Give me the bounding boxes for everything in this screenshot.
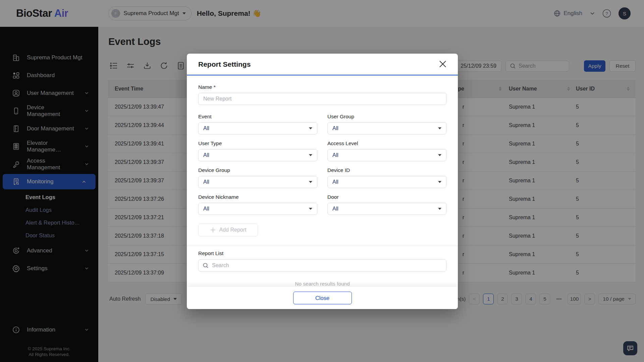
report-settings-modal: Report Settings Name * Event All User Gr… xyxy=(187,54,458,309)
chevron-down-icon xyxy=(309,154,312,156)
select-value: All xyxy=(203,152,209,158)
user-group-select[interactable]: All xyxy=(327,122,446,134)
user-type-select[interactable]: All xyxy=(198,149,317,161)
close-button[interactable]: Close xyxy=(293,292,352,304)
field-label: Device Nickname xyxy=(198,194,317,200)
chevron-down-icon xyxy=(309,208,312,210)
close-icon[interactable] xyxy=(438,59,448,69)
report-name-input[interactable] xyxy=(198,93,446,105)
field-user-group: User Group All xyxy=(327,114,446,134)
select-value: All xyxy=(332,206,338,212)
device-id-select[interactable]: All xyxy=(327,176,446,188)
biostar-air-app: BioStarAir F Suprema Product Mgt Hello, … xyxy=(0,0,644,362)
device-nickname-select[interactable]: All xyxy=(198,203,317,215)
field-device-nickname: Device Nickname All xyxy=(198,194,317,215)
plus-icon xyxy=(210,227,216,233)
select-value: All xyxy=(203,179,209,185)
event-select[interactable]: All xyxy=(198,122,317,134)
name-label: Name * xyxy=(198,84,446,90)
add-report-button[interactable]: Add Report xyxy=(198,224,258,236)
modal-divider xyxy=(187,246,458,246)
field-device-id: Device ID All xyxy=(327,167,446,188)
select-value: All xyxy=(203,206,209,212)
chevron-down-icon xyxy=(438,154,441,156)
chevron-down-icon xyxy=(309,127,312,129)
chevron-down-icon xyxy=(309,181,312,183)
modal-header: Report Settings xyxy=(187,54,458,75)
add-report-label: Add Report xyxy=(219,227,247,233)
report-list-label: Report List xyxy=(198,250,446,256)
modal-footer: Close xyxy=(187,287,458,309)
report-list-search xyxy=(198,259,446,272)
search-icon xyxy=(203,262,209,268)
field-label: Event xyxy=(198,114,317,120)
field-label: Door xyxy=(327,194,446,200)
field-device-group: Device Group All xyxy=(198,167,317,188)
select-value: All xyxy=(332,179,338,185)
chevron-down-icon xyxy=(438,208,441,210)
field-door: Door All xyxy=(327,194,446,215)
modal-title: Report Settings xyxy=(198,60,251,68)
access-level-select[interactable]: All xyxy=(327,149,446,161)
field-label: Access Level xyxy=(327,140,446,146)
select-value: All xyxy=(203,125,209,131)
modal-body: Name * Event All User Group All User Typ… xyxy=(187,75,458,272)
chevron-down-icon xyxy=(438,181,441,183)
chevron-down-icon xyxy=(438,127,441,129)
field-event: Event All xyxy=(198,114,317,134)
field-user-type: User Type All xyxy=(198,140,317,161)
select-value: All xyxy=(332,152,338,158)
filter-grid: Event All User Group All User Type All A… xyxy=(198,114,446,215)
report-list-search-input[interactable] xyxy=(212,262,442,268)
empty-results-message: No search results found xyxy=(187,281,458,287)
select-value: All xyxy=(332,125,338,131)
field-label: Device Group xyxy=(198,167,317,173)
field-label: Device ID xyxy=(327,167,446,173)
field-label: User Type xyxy=(198,140,317,146)
door-select[interactable]: All xyxy=(327,203,446,215)
device-group-select[interactable]: All xyxy=(198,176,317,188)
field-access-level: Access Level All xyxy=(327,140,446,161)
field-label: User Group xyxy=(327,114,446,120)
